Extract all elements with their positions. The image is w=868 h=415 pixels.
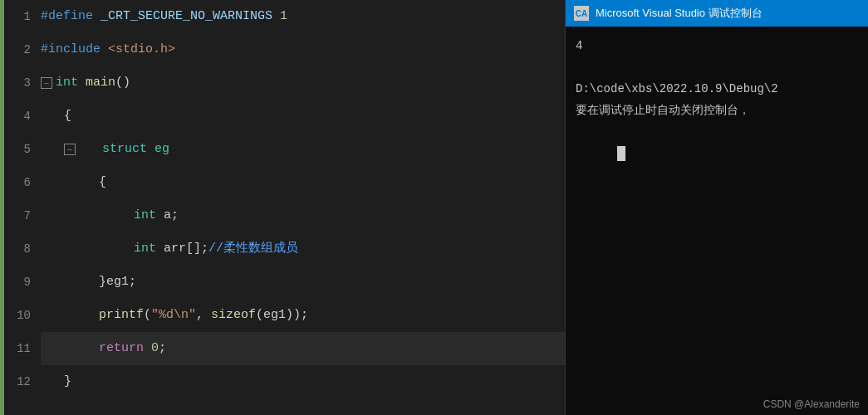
console-line-1: 4 [576, 35, 858, 56]
tok-main: main [86, 66, 115, 100]
tok-format: "%d\n" [151, 299, 196, 332]
code-area: 1 2 3 4 5 6 7 8 9 10 11 12 #define _CRT_… [4, 0, 565, 415]
code-line-7: int a; [41, 199, 565, 232]
console-panel: CA Microsoft Visual Studio 调试控制台 4 D:\co… [565, 0, 868, 415]
console-line-2 [576, 56, 858, 78]
tok-int-arr: int [134, 232, 156, 266]
code-line-10: printf ( "%d\n" , sizeof (eg1)); [41, 299, 565, 332]
code-line-3: − int main () [41, 66, 565, 100]
tok-a: a; [164, 199, 179, 232]
tok-parens: () [115, 66, 130, 100]
tok-macro-name: _CRT_SECURE_NO_WARNINGS [101, 0, 272, 33]
tok-space2 [272, 0, 280, 33]
line-num-7: 7 [4, 199, 31, 232]
tok-struct: struct [102, 133, 147, 166]
tok-include: #include [41, 33, 101, 66]
line-num-3: 3 [4, 66, 31, 100]
tok-semicolon: ; [159, 332, 166, 365]
line-num-2: 2 [4, 33, 31, 66]
console-cursor [617, 146, 625, 161]
tok-space [93, 0, 101, 33]
console-line-5 [576, 121, 858, 186]
tok-int-a: int [134, 199, 156, 232]
tok-return: return [99, 332, 144, 365]
code-line-11: return 0 ; [41, 332, 565, 365]
code-line-4: { [41, 100, 565, 133]
tok-one: 1 [280, 0, 287, 33]
tok-printf: printf [99, 299, 144, 332]
tok-space6 [156, 199, 164, 232]
line-num-6: 6 [4, 166, 31, 199]
tok-zero: 0 [151, 332, 159, 365]
tok-space5 [147, 133, 154, 166]
line-num-5: 5 [4, 133, 31, 166]
code-line-12: } [41, 365, 565, 398]
collapse-struct[interactable]: − [64, 144, 76, 155]
line-num-1: 1 [4, 0, 31, 33]
console-titlebar: CA Microsoft Visual Studio 调试控制台 [566, 0, 868, 27]
console-footer: CSDN @Alexanderite [566, 395, 868, 415]
vs-icon: CA [574, 6, 589, 21]
tok-space4 [78, 66, 86, 100]
tok-eg1: eg1; [106, 266, 136, 299]
footer-label: CSDN @Alexanderite [763, 398, 860, 410]
code-line-9: } eg1; [41, 266, 565, 299]
tok-int-main: int [56, 66, 78, 100]
code-line-2: #include <stdio.h> [41, 33, 565, 66]
tok-eg: eg [154, 133, 169, 166]
line-numbers: 1 2 3 4 5 6 7 8 9 10 11 12 [4, 0, 37, 415]
code-editor: 1 2 3 4 5 6 7 8 9 10 11 12 #define _CRT_… [0, 0, 565, 415]
line-num-11: 11 [4, 332, 31, 365]
tok-define: #define [41, 0, 93, 33]
tok-comment: //柔性数组成员 [208, 232, 298, 266]
line-num-8: 8 [4, 232, 31, 266]
tok-space3 [101, 33, 108, 66]
tok-open-brace: { [64, 100, 71, 133]
line-num-9: 9 [4, 266, 31, 299]
code-line-6: { [41, 166, 565, 199]
vs-icon-label: CA [576, 9, 587, 18]
tok-header: <stdio.h> [108, 33, 175, 66]
collapse-main[interactable]: − [41, 77, 52, 89]
line-num-10: 10 [4, 299, 31, 332]
code-line-1: #define _CRT_SECURE_NO_WARNINGS 1 [41, 0, 565, 33]
tok-struct-close: } [99, 266, 106, 299]
console-line-3: D:\code\xbs\2022.10.9\Debug\2 [576, 78, 858, 100]
code-lines[interactable]: #define _CRT_SECURE_NO_WARNINGS 1 #inclu… [37, 0, 565, 415]
tok-arr: arr[]; [164, 232, 208, 266]
code-line-5: − struct eg [41, 133, 565, 166]
tok-space7 [156, 232, 164, 266]
tok-space8 [144, 332, 151, 365]
tok-close-brace: } [64, 365, 71, 398]
line-num-12: 12 [4, 365, 31, 398]
line-num-4: 4 [4, 100, 31, 133]
console-line-4: 要在调试停止时自动关闭控制台， [576, 100, 858, 121]
tok-sizeof-paren: (eg1)); [256, 299, 308, 332]
console-output: 4 D:\code\xbs\2022.10.9\Debug\2 要在调试停止时自… [566, 27, 868, 395]
tok-comma: , [196, 299, 211, 332]
tok-struct-open: { [99, 166, 106, 199]
tok-sizeof: sizeof [211, 299, 256, 332]
code-line-8: int arr[]; //柔性数组成员 [41, 232, 565, 266]
console-title: Microsoft Visual Studio 调试控制台 [596, 6, 763, 21]
tok-printf-paren: ( [144, 299, 151, 332]
